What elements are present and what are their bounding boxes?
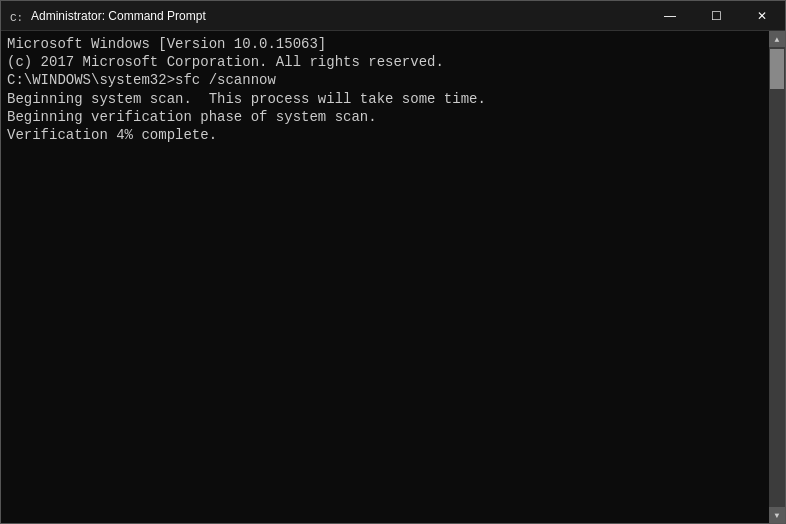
terminal-line: Microsoft Windows [Version 10.0.15063] bbox=[7, 35, 765, 53]
scroll-up-button[interactable]: ▲ bbox=[769, 31, 785, 47]
terminal-output[interactable]: Microsoft Windows [Version 10.0.15063](c… bbox=[1, 31, 769, 523]
scrollbar[interactable]: ▲ ▼ bbox=[769, 31, 785, 523]
svg-text:C:: C: bbox=[10, 12, 23, 24]
terminal-line: Verification 4% complete. bbox=[7, 126, 765, 144]
scrollbar-thumb[interactable] bbox=[770, 49, 784, 89]
window: C: Administrator: Command Prompt — ☐ ✕ M… bbox=[0, 0, 786, 524]
cmd-icon: C: bbox=[9, 8, 25, 24]
title-bar: C: Administrator: Command Prompt — ☐ ✕ bbox=[1, 1, 785, 31]
scroll-down-button[interactable]: ▼ bbox=[769, 507, 785, 523]
maximize-button[interactable]: ☐ bbox=[693, 1, 739, 31]
window-controls: — ☐ ✕ bbox=[647, 1, 785, 31]
terminal-line: Beginning verification phase of system s… bbox=[7, 108, 765, 126]
scrollbar-track[interactable] bbox=[769, 47, 785, 507]
terminal-line: (c) 2017 Microsoft Corporation. All righ… bbox=[7, 53, 765, 71]
minimize-button[interactable]: — bbox=[647, 1, 693, 31]
close-button[interactable]: ✕ bbox=[739, 1, 785, 31]
terminal-line: C:\WINDOWS\system32>sfc /scannow bbox=[7, 71, 765, 89]
content-area: Microsoft Windows [Version 10.0.15063](c… bbox=[1, 31, 785, 523]
terminal-line: Beginning system scan. This process will… bbox=[7, 90, 765, 108]
